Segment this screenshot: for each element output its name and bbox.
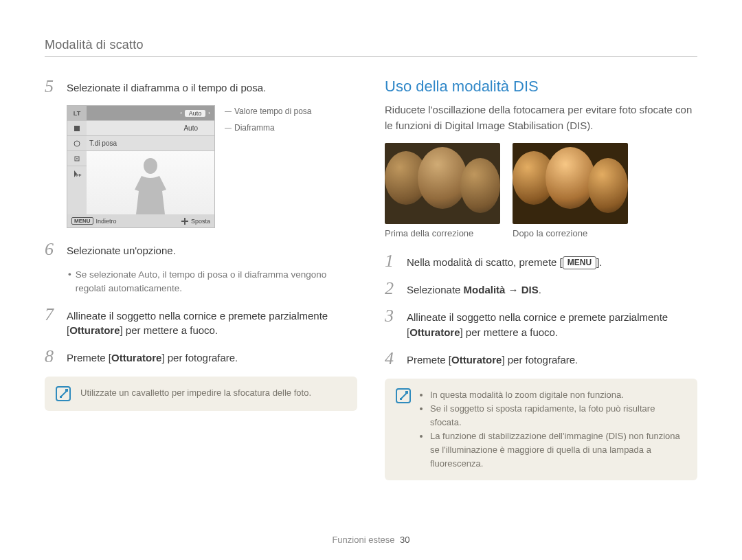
step-num: 7: [45, 306, 58, 339]
svg-rect-6: [60, 396, 62, 398]
footer-page-number: 30: [400, 535, 409, 545]
svg-rect-8: [400, 398, 402, 400]
lc-icon: [67, 121, 87, 136]
photo-comparison: Prima della correzione Dopo la correzion…: [385, 143, 697, 238]
lc-icon-2: [67, 151, 87, 166]
photo-after: [513, 143, 628, 224]
lc-off-icon: FF: [67, 166, 87, 181]
left-column: 5 Selezionate il diaframma o il tempo di…: [45, 78, 357, 480]
mode-badge-lt: LT: [67, 106, 87, 121]
step-r1: 1 Nella modalità di scatto, premete [MEN…: [385, 252, 697, 270]
step-r3: 3 Allineate il soggetto nella cornice e …: [385, 307, 697, 340]
status-move-label: Sposta: [191, 218, 210, 225]
camera-callouts: Valore tempo di posa Diaframma: [225, 105, 312, 228]
camera-status-bar: MENU Indietro Sposta: [67, 214, 214, 227]
cam-row-tdiposa: T.di posa: [87, 136, 214, 151]
step-num: 3: [385, 307, 398, 340]
menu-badge: MENU: [563, 256, 596, 269]
camera-ui-mock: LT FF: [67, 105, 215, 228]
step-text: Premete [Otturatore] per fotografare.: [67, 348, 238, 366]
step-num: 4: [385, 350, 398, 368]
cam-row-shutter: ‹ Auto ›: [87, 106, 214, 121]
step-r4: 4 Premete [Otturatore] per fotografare.: [385, 350, 697, 368]
cam-value-aperture: Auto: [183, 124, 198, 132]
lc-tdiposa-icon: [67, 136, 87, 151]
step-text: Allineate il soggetto nella cornice e pr…: [67, 306, 357, 339]
svg-point-3: [76, 158, 78, 159]
callout-aperture: Diaframma: [225, 123, 312, 133]
step-7: 7 Allineate il soggetto nella cornice e …: [45, 306, 357, 339]
caption-before: Prima della correzione: [385, 228, 500, 238]
step-num: 2: [385, 280, 398, 298]
footer-section: Funzioni estese: [332, 535, 394, 545]
cam-value-shutter: Auto: [185, 110, 206, 117]
note-item: Se il soggetto si sposta rapidamente, la…: [430, 402, 686, 429]
note-item: In questa modalità lo zoom digitale non …: [430, 388, 686, 402]
step-text: Selezionate un'opzione.: [67, 240, 176, 258]
dpad-icon: [181, 218, 188, 225]
step-6: 6 Selezionate un'opzione.: [45, 240, 357, 258]
status-back-label: Indietro: [96, 218, 117, 225]
svg-rect-7: [405, 391, 408, 394]
section-intro: Riducete l'oscillazione della fotocamera…: [385, 102, 697, 133]
page-header: Modalità di scatto: [45, 38, 697, 57]
menu-badge-small: MENU: [71, 217, 93, 225]
callout-shutter: Valore tempo di posa: [225, 107, 312, 116]
step-5: 5 Selezionate il diaframma o il tempo di…: [45, 78, 357, 96]
step-text: Selezionate il diaframma o il tempo di p…: [67, 78, 266, 96]
arrow-left-icon: ‹: [180, 110, 182, 116]
step-8: 8 Premete [Otturatore] per fotografare.: [45, 348, 357, 366]
note-list: In questa modalità lo zoom digitale non …: [430, 388, 686, 471]
right-column: Uso della modalità DIS Riducete l'oscill…: [385, 78, 697, 480]
photo-before: [385, 143, 500, 224]
note-item: La funzione di stabilizzazione dell'imma…: [430, 429, 686, 471]
note-text: Utilizzate un cavalletto per impedire la…: [80, 386, 311, 400]
person-silhouette-icon: [126, 154, 175, 214]
note-icon: [396, 388, 411, 403]
step-num: 1: [385, 252, 398, 270]
step-6-sub: Se selezionate Auto, il tempo di posa o …: [68, 268, 357, 296]
arrow-right-icon: ›: [208, 110, 210, 116]
camera-preview: [87, 151, 214, 214]
section-title-dis: Uso della modalità DIS: [385, 78, 697, 96]
step-text: Allineate il soggetto nella cornice e pr…: [407, 307, 697, 340]
svg-text:FF: FF: [76, 173, 82, 177]
step-num: 5: [45, 78, 58, 96]
step-num: 8: [45, 348, 58, 366]
note-box-right: In questa modalità lo zoom digitale non …: [385, 379, 697, 481]
step-text: Selezionate Modalità → DIS.: [407, 280, 541, 298]
cam-row-aperture: Auto: [87, 121, 214, 136]
step-num: 6: [45, 240, 58, 258]
svg-rect-5: [65, 389, 68, 392]
step-text: Premete [Otturatore] per fotografare.: [407, 350, 578, 368]
svg-point-1: [74, 141, 80, 146]
page-footer: Funzioni estese 30: [0, 535, 742, 545]
note-icon: [56, 386, 71, 401]
svg-rect-0: [74, 126, 80, 131]
step-text: Nella modalità di scatto, premete [MENU]…: [407, 252, 602, 270]
caption-after: Dopo la correzione: [513, 228, 628, 238]
step-r2: 2 Selezionate Modalità → DIS.: [385, 280, 697, 298]
note-box-left: Utilizzate un cavalletto per impedire la…: [45, 377, 357, 411]
